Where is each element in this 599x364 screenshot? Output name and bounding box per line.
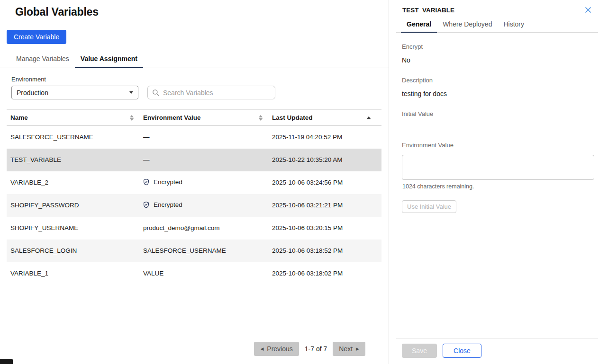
cell-name: VARIABLE_2 <box>7 171 139 194</box>
page-title: Global Variables <box>15 6 389 18</box>
cell-environment-value: VALUE <box>143 270 163 277</box>
search-icon <box>152 89 159 98</box>
environment-label: Environment <box>11 76 138 83</box>
column-header-last-updated[interactable]: Last Updated <box>268 110 381 126</box>
cell-last-updated: 2025-10-06 03:18:52 PM <box>268 240 381 262</box>
use-initial-value-button[interactable]: Use Initial Value <box>402 200 456 213</box>
characters-remaining: 1024 characters remaining. <box>402 183 599 190</box>
cell-last-updated: 2025-10-06 03:24:56 PM <box>268 171 381 194</box>
column-header-name[interactable]: Name <box>7 110 139 126</box>
table-row[interactable]: TEST_VARIABLE — 2025-10-22 10:35:20 AM <box>7 149 381 171</box>
tab-value-assignment[interactable]: Value Assignment <box>75 52 143 68</box>
encrypted-shield-icon <box>143 201 149 208</box>
cell-name: SALESFORCE_LOGIN <box>7 240 139 262</box>
environment-select-value: Production <box>17 89 48 97</box>
global-variables-panel: Global Variables Create Variable Manage … <box>0 0 389 364</box>
variable-detail-panel: TEST_VARIABLE General Where Deployed His… <box>389 0 599 364</box>
environment-value-textarea[interactable] <box>402 155 594 180</box>
encrypted-shield-icon <box>143 178 149 186</box>
table-row[interactable]: SALESFORCE_LOGIN SALESFORCE_USERNAME 202… <box>7 240 381 262</box>
close-panel-icon[interactable] <box>584 6 592 14</box>
previous-arrow-icon: ◀ <box>260 347 263 351</box>
initial-value-label: Initial Value <box>402 110 599 117</box>
cell-name: SHOPIFY_USERNAME <box>7 217 139 240</box>
column-label-environment-value: Environment Value <box>143 114 201 121</box>
table-row[interactable]: SALESFORCE_USERNAME — 2025-11-19 04:20:5… <box>7 126 381 149</box>
cell-last-updated: 2025-10-06 03:21:21 PM <box>268 194 381 217</box>
cell-last-updated: 2025-10-06 03:18:02 PM <box>268 262 381 285</box>
sort-icon-environment-value[interactable] <box>259 115 263 121</box>
cell-environment-value: SALESFORCE_USERNAME <box>143 247 226 254</box>
cell-environment-value: — <box>143 156 150 163</box>
cell-environment-value: product_demo@gmail.com <box>143 224 220 231</box>
search-box <box>147 86 275 99</box>
cell-last-updated: 2025-10-22 10:35:20 AM <box>268 149 381 171</box>
description-value: testing for docs <box>402 90 599 98</box>
corner-artifact <box>0 359 13 364</box>
cell-name: SALESFORCE_USERNAME <box>7 126 139 149</box>
encrypt-value: No <box>402 56 599 64</box>
next-page-button[interactable]: Next ▶ <box>333 342 365 356</box>
cell-last-updated: 2025-11-19 04:20:52 PM <box>268 126 381 149</box>
main-tabs: Manage Variables Value Assignment <box>0 52 389 68</box>
cell-name: SHOPIFY_PASSWORD <box>7 194 139 217</box>
description-label: Description <box>402 77 599 84</box>
previous-page-button[interactable]: ◀ Previous <box>254 342 299 356</box>
detail-panel-header: TEST_VARIABLE <box>389 0 599 18</box>
filter-row: Environment Production <box>11 76 389 99</box>
pagination: ◀ Previous 1-7 of 7 Next ▶ <box>254 342 365 356</box>
table-header-row: Name Environment Value Last Updated <box>7 110 381 126</box>
cell-environment-value: Encrypted <box>154 178 182 186</box>
variables-table: Name Environment Value Last Updated <box>7 109 381 285</box>
table-row[interactable]: VARIABLE_1 VALUE 2025-10-06 03:18:02 PM <box>7 262 381 285</box>
save-button[interactable]: Save <box>402 344 437 358</box>
column-label-last-updated: Last Updated <box>272 114 313 121</box>
detail-panel-footer: Save Close <box>389 338 599 364</box>
previous-label: Previous <box>267 345 292 353</box>
environment-select[interactable]: Production <box>11 86 138 99</box>
detail-panel-tabs: General Where Deployed History <box>396 18 598 33</box>
initial-value-value <box>402 124 599 131</box>
detail-panel-title: TEST_VARIABLE <box>402 7 454 14</box>
next-arrow-icon: ▶ <box>356 347 359 351</box>
cell-last-updated: 2025-10-06 03:20:15 PM <box>268 217 381 240</box>
tab-general[interactable]: General <box>401 18 437 33</box>
next-label: Next <box>339 345 353 353</box>
chevron-down-icon <box>129 91 133 94</box>
table-row[interactable]: VARIABLE_2 Encrypted 2025-10-06 03:24:56… <box>7 171 381 194</box>
tab-manage-variables[interactable]: Manage Variables <box>10 52 75 68</box>
cell-name: VARIABLE_1 <box>7 262 139 285</box>
environment-filter: Environment Production <box>11 76 138 99</box>
variables-table-body: SALESFORCE_USERNAME — 2025-11-19 04:20:5… <box>7 126 381 285</box>
encrypt-label: Encrypt <box>402 43 599 50</box>
environment-value-label: Environment Value <box>402 142 599 149</box>
tab-history[interactable]: History <box>498 18 530 33</box>
column-header-environment-value[interactable]: Environment Value <box>139 110 268 126</box>
column-label-name: Name <box>10 114 28 121</box>
table-row[interactable]: SHOPIFY_USERNAME product_demo@gmail.com … <box>7 217 381 240</box>
cell-environment-value: — <box>143 133 150 141</box>
sort-icon-name[interactable] <box>130 115 134 121</box>
create-variable-button[interactable]: Create Variable <box>7 30 66 44</box>
table-row[interactable]: SHOPIFY_PASSWORD Encrypted 2025-10-06 03… <box>7 194 381 217</box>
pagination-range: 1-7 of 7 <box>305 345 327 353</box>
sort-ascending-icon[interactable] <box>366 116 371 119</box>
cell-environment-value: Encrypted <box>154 201 182 208</box>
cell-name: TEST_VARIABLE <box>7 149 139 171</box>
tab-where-deployed[interactable]: Where Deployed <box>437 18 498 33</box>
search-input[interactable] <box>147 86 275 99</box>
close-button[interactable]: Close <box>443 344 481 358</box>
